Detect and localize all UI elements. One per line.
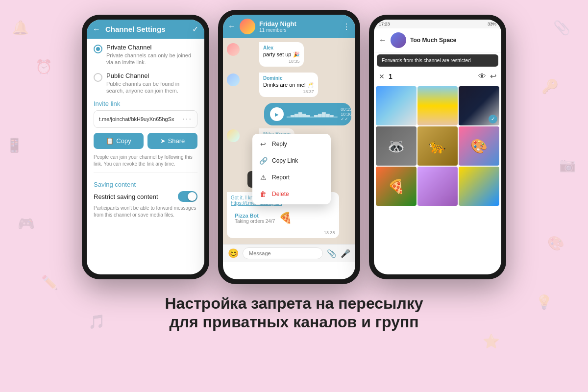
mic-icon[interactable]: 🎤	[341, 249, 350, 258]
p3-toolbar: ✕ 1 👁 ↩	[374, 69, 501, 84]
forward-icon[interactable]: ↩	[490, 72, 496, 81]
p2-chat-avatar	[240, 19, 255, 34]
play-button[interactable]: ▶	[270, 107, 284, 121]
waveform: ▁▃▅▇▅▃▁▃▅▇▅▃▁	[287, 112, 338, 117]
message-input[interactable]	[243, 247, 323, 259]
p2-chat-area: Alex party set up 🎉 18:35 Dominic Drinks…	[223, 38, 355, 244]
phone-chat: ← Friday Night 11 members ⋮ Alex party s…	[218, 10, 360, 284]
msg-sender-alex: Alex	[263, 45, 300, 50]
selection-count: 1	[389, 73, 474, 80]
link-options-icon[interactable]: ···	[183, 115, 192, 123]
p2-menu-icon[interactable]: ⋮	[343, 22, 350, 31]
p3-status-bar: 17:23 33%	[374, 20, 501, 28]
voice-duration: 00:15	[341, 107, 352, 112]
invite-link-hint: People can join your channel by followin…	[94, 154, 197, 168]
close-icon[interactable]: ✕	[379, 73, 385, 80]
voice-time: 18:36 ✓✓	[341, 112, 352, 122]
restrict-saving-toggle[interactable]	[178, 191, 197, 202]
forward-restricted-banner: Forwards from this channel are restricte…	[377, 54, 498, 67]
p3-channel-avatar	[391, 32, 406, 48]
saving-hint: Participants won't be able to forward me…	[94, 205, 197, 219]
msg-drinks: Dominic Drinks are on me! 🥂 18:37	[227, 73, 351, 100]
p1-header: ← Channel Settings ✓	[87, 20, 204, 39]
share-icon: ➤	[160, 137, 166, 145]
attachment-icon[interactable]: 📎	[327, 249, 337, 258]
photo-cell-3[interactable]	[459, 86, 499, 125]
photo-grid: 🦝 🐆 🎨 🍕	[374, 84, 501, 208]
photo-cell-6[interactable]: 🎨	[459, 126, 499, 166]
copy-icon: 📋	[106, 137, 114, 145]
eye-icon[interactable]: 👁	[478, 72, 486, 81]
msg-avatar-dominic	[227, 74, 240, 86]
ctx-copy-link[interactable]: 🔗 Copy Link	[252, 152, 331, 169]
bottom-title-line2: для приватных каналов и групп	[20, 313, 568, 331]
public-radio[interactable]	[94, 73, 102, 82]
p1-check-icon[interactable]: ✓	[192, 24, 198, 34]
private-channel-option[interactable]: Private Channel Private channels can onl…	[94, 44, 197, 66]
p2-back-icon[interactable]: ←	[228, 22, 236, 31]
restrict-saving-row: Restrict saving content	[94, 191, 197, 202]
photo-cell-4[interactable]: 🦝	[376, 126, 416, 166]
p2-chat-members: 11 members	[259, 27, 339, 33]
bot-card: Pizza Bot Taking orders 24/7 🍕	[231, 208, 335, 228]
context-menu: ↩ Reply 🔗 Copy Link ⚠ Report 🗑 Delete	[252, 134, 331, 204]
p2-header: ← Friday Night 11 members ⋮	[223, 15, 355, 38]
p1-back-icon[interactable]: ←	[93, 25, 100, 34]
photo-cell-2[interactable]	[417, 86, 458, 125]
photo-cell-7[interactable]: 🍕	[376, 167, 416, 206]
private-radio[interactable]	[94, 45, 102, 53]
msg-avatar-alex	[227, 43, 240, 56]
ctx-copy-link-label: Copy Link	[272, 157, 298, 164]
photo-cell-1[interactable]	[376, 86, 416, 125]
share-button[interactable]: ➤ Share	[147, 133, 197, 149]
photo-cell-8[interactable]	[417, 167, 458, 206]
phones-container: ← Channel Settings ✓ Private Channel Pri…	[0, 0, 588, 284]
ctx-delete-label: Delete	[272, 191, 289, 197]
msg-avatar-mike	[227, 129, 240, 142]
p2-chat-info: Friday Night 11 members	[259, 20, 339, 33]
voice-message: ▶ ▁▃▅▇▅▃▁▃▅▇▅▃▁ 00:15 18:36 ✓✓	[264, 103, 351, 125]
msg-bubble-drinks: Dominic Drinks are on me! 🥂 18:37	[259, 73, 318, 97]
phone-media: 17:23 33% ← Too Much Space Forwards from…	[369, 15, 506, 279]
p3-header: ← Too Much Space	[374, 28, 501, 52]
msg-bubble-party: Alex party set up 🎉 18:35	[259, 42, 304, 67]
public-channel-desc: Public channls can be found in search, a…	[106, 80, 197, 95]
saving-content-label: Saving content	[94, 181, 197, 188]
msg-time-2: 18:37	[263, 89, 314, 94]
photo-cell-5[interactable]: 🐆	[417, 126, 458, 166]
p1-title: Channel Settings	[105, 25, 187, 33]
msg-sender-dominic: Dominic	[263, 75, 314, 81]
bot-icon: 🍕	[279, 212, 292, 224]
msg-text-party: party set up 🎉	[263, 51, 300, 58]
status-time: 17:23	[379, 22, 390, 26]
status-battery: 33%	[488, 22, 496, 26]
private-channel-label: Private Channel	[106, 44, 197, 51]
p3-channel-name: Too Much Space	[410, 37, 496, 44]
invite-link-box: t.me/joinchat/bkH9uyXn65hgSx ···	[94, 110, 197, 128]
copy-link-icon: 🔗	[259, 157, 267, 165]
emoji-icon[interactable]: 😊	[228, 248, 239, 259]
ctx-report[interactable]: ⚠ Report	[252, 169, 331, 186]
ctx-reply-label: Reply	[272, 141, 287, 147]
public-channel-label: Public Channel	[106, 72, 197, 79]
ctx-delete[interactable]: 🗑 Delete	[252, 186, 331, 202]
invite-link-value: t.me/joinchat/bkH9uyXn65hgSx	[99, 116, 174, 122]
bot-sub: Taking orders 24/7	[235, 219, 275, 224]
delete-icon: 🗑	[259, 190, 267, 198]
msg-party: Alex party set up 🎉 18:35	[227, 42, 351, 70]
bottom-title-line1: Настройка запрета на пересылку	[20, 294, 568, 313]
private-channel-desc: Private channels can only be joined via …	[106, 52, 197, 66]
public-channel-option[interactable]: Public Channel Public channls can be fou…	[94, 72, 197, 95]
msg-time-1: 18:35	[263, 59, 300, 64]
copy-button[interactable]: 📋 Copy	[94, 133, 144, 149]
bottom-text-section: Настройка запрета на пересылку для прива…	[0, 284, 588, 332]
p3-back-icon[interactable]: ←	[379, 36, 387, 45]
bot-name: Pizza Bot	[235, 213, 275, 219]
bot-msg-time: 18:38	[231, 230, 335, 235]
photo-cell-9[interactable]	[459, 167, 499, 206]
ctx-reply[interactable]: ↩ Reply	[252, 136, 331, 152]
reply-icon: ↩	[259, 140, 267, 148]
invite-link-section-label: Invite link	[94, 100, 197, 107]
report-icon: ⚠	[259, 173, 267, 181]
restrict-saving-label: Restrict saving content	[94, 193, 158, 200]
